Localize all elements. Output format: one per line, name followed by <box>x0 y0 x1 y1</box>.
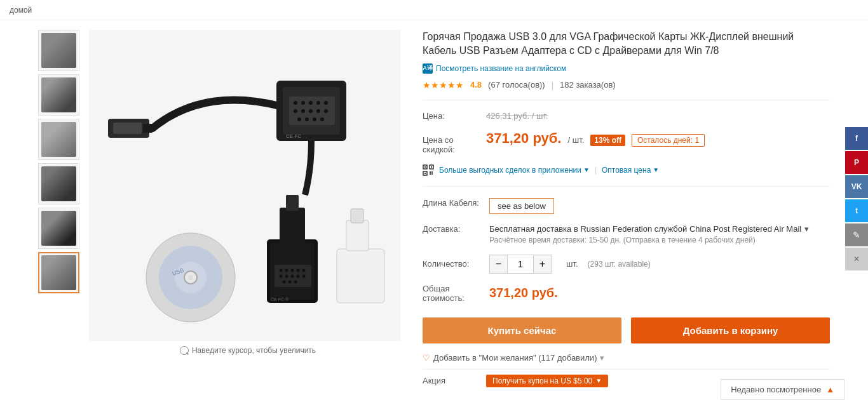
app-deals-link[interactable]: Больше выгодных сделок в приложении ▼ <box>439 166 590 175</box>
product-svg: CE FC USB <box>89 30 400 341</box>
svg-rect-44 <box>286 195 299 211</box>
wholesale-link[interactable]: Оптовая цена ▼ <box>602 166 659 175</box>
qr-icon <box>423 164 434 176</box>
add-to-cart-button[interactable]: Добавить в корзину <box>631 317 830 343</box>
vk-button[interactable]: VK <box>845 175 868 198</box>
deals-row: Больше выгодных сделок в приложении ▼ | … <box>423 161 830 180</box>
wishlist-row[interactable]: ♡ Добавить в "Мои желания" (117 добавили… <box>423 353 830 363</box>
svg-point-11 <box>294 109 297 113</box>
svg-point-10 <box>324 101 328 105</box>
twitter-button[interactable]: t <box>845 199 868 222</box>
svg-point-8 <box>309 101 313 105</box>
thumbnail-2[interactable] <box>38 74 79 116</box>
quantity-input[interactable] <box>508 255 533 273</box>
svg-rect-50 <box>424 166 426 168</box>
coupon-chevron-icon: ▼ <box>595 377 602 384</box>
quantity-control: − + <box>489 255 552 274</box>
svg-text:CE FC ®: CE FC ® <box>271 297 289 302</box>
svg-point-35 <box>280 275 283 278</box>
svg-point-33 <box>297 269 300 272</box>
svg-point-32 <box>291 269 294 272</box>
quantity-label: Количество: <box>423 259 480 269</box>
edit-icon: ✎ <box>853 230 860 240</box>
buy-now-button[interactable]: Купить сейчас <box>423 317 621 343</box>
original-price: 426,31 руб. / шт. <box>486 111 548 121</box>
delivery-row: Доставка: Бесплатная доставка в Russian … <box>423 219 830 250</box>
coupon-text: Получить купон на US $5.00 <box>492 377 592 385</box>
total-label: Общая стоимость: <box>423 284 480 303</box>
rating-votes[interactable]: (67 голоса(ов)) <box>488 80 545 90</box>
svg-point-16 <box>297 117 301 121</box>
facebook-button[interactable]: f <box>845 127 868 150</box>
action-buttons: Купить сейчас Добавить в корзину <box>423 317 830 343</box>
vk-icon: VK <box>851 182 862 191</box>
wishlist-dropdown-icon[interactable]: ▾ <box>600 353 604 363</box>
original-price-row: Цена: 426,31 руб. / шт. <box>423 108 830 124</box>
svg-point-25 <box>188 275 193 280</box>
quantity-row: Количество: − + шт. (293 шт. available) <box>423 250 830 279</box>
twitter-icon: t <box>855 206 858 215</box>
zoom-hint: Наведите курсор, чтобы увеличить <box>89 346 407 355</box>
recently-viewed[interactable]: Недавно посмотренное ▲ <box>721 379 844 400</box>
stars: ★★★★★ <box>423 80 464 90</box>
quantity-unit: шт. <box>566 259 578 269</box>
orders-count: 182 заказа(ов) <box>560 80 616 90</box>
svg-point-31 <box>285 269 288 272</box>
svg-point-30 <box>280 269 283 272</box>
pinterest-icon: P <box>854 158 859 167</box>
svg-rect-56 <box>431 171 433 173</box>
price-label: Цена: <box>423 111 480 121</box>
discount-badge: 13% off <box>590 135 625 146</box>
delivery-label: Доставка: <box>423 224 480 234</box>
svg-point-40 <box>283 281 286 284</box>
divider-line <box>423 186 830 187</box>
zoom-icon <box>180 346 189 355</box>
quantity-plus-button[interactable]: + <box>533 255 551 273</box>
svg-point-6 <box>294 101 297 105</box>
thumbnail-4[interactable] <box>38 163 79 204</box>
thumbnail-list <box>38 30 83 392</box>
thumbnail-3[interactable] <box>38 119 79 160</box>
recently-viewed-arrow-icon: ▲ <box>826 385 834 394</box>
zoom-hint-text: Наведите курсор, чтобы увеличить <box>192 346 316 355</box>
edit-button[interactable]: ✎ <box>845 223 868 246</box>
svg-rect-54 <box>424 173 426 174</box>
svg-point-19 <box>320 117 324 121</box>
svg-point-12 <box>301 109 305 113</box>
cable-value[interactable]: see as below <box>489 198 554 214</box>
coupon-button[interactable]: Получить купон на US $5.00 ▼ <box>486 375 608 387</box>
cable-label: Длина Кабеля: <box>423 198 480 208</box>
social-sidebar: f P VK t ✎ ✕ <box>845 127 868 270</box>
close-button[interactable]: ✕ <box>845 248 868 270</box>
rating-number: 4.8 <box>470 80 482 90</box>
thumbnail-1[interactable] <box>38 30 79 71</box>
product-details: Горячая Продажа USB 3.0 для VGA Графичес… <box>419 30 830 392</box>
wishlist-text: Добавить в "Мои желания" (117 добавили) <box>433 353 597 363</box>
english-link[interactable]: A译 Посмотреть название на английском <box>423 63 830 74</box>
thumbnail-5[interactable] <box>38 208 79 249</box>
deals-chevron-icon: ▼ <box>583 166 590 173</box>
delivery-text: Бесплатная доставка в Russian Federation… <box>489 224 830 234</box>
price-section: Цена: 426,31 руб. / шт. Цена со скидкой:… <box>423 100 830 180</box>
quantity-minus-button[interactable]: − <box>490 255 508 273</box>
svg-rect-47 <box>346 220 369 251</box>
stock-info: (293 шт. available) <box>588 260 651 269</box>
heart-icon: ♡ <box>423 353 430 363</box>
svg-point-15 <box>324 109 328 113</box>
main-product-image: CE FC USB <box>89 30 400 341</box>
breadcrumb[interactable]: домой <box>10 6 32 15</box>
top-bar: домой <box>0 0 868 20</box>
pinterest-button[interactable]: P <box>845 151 868 174</box>
thumbnail-6[interactable] <box>38 252 79 293</box>
sale-unit: / шт. <box>568 135 585 145</box>
days-left-badge: Осталось дней: 1 <box>632 134 705 147</box>
recently-viewed-text: Недавно посмотренное <box>731 385 821 394</box>
svg-point-42 <box>294 281 297 284</box>
svg-rect-46 <box>337 249 384 303</box>
svg-point-9 <box>316 101 320 105</box>
wholesale-chevron-icon: ▼ <box>653 166 659 173</box>
delivery-dropdown-icon[interactable]: ▾ <box>804 224 809 234</box>
delivery-info: Бесплатная доставка в Russian Federation… <box>489 224 830 244</box>
svg-point-41 <box>288 281 292 284</box>
svg-rect-48 <box>351 209 363 223</box>
